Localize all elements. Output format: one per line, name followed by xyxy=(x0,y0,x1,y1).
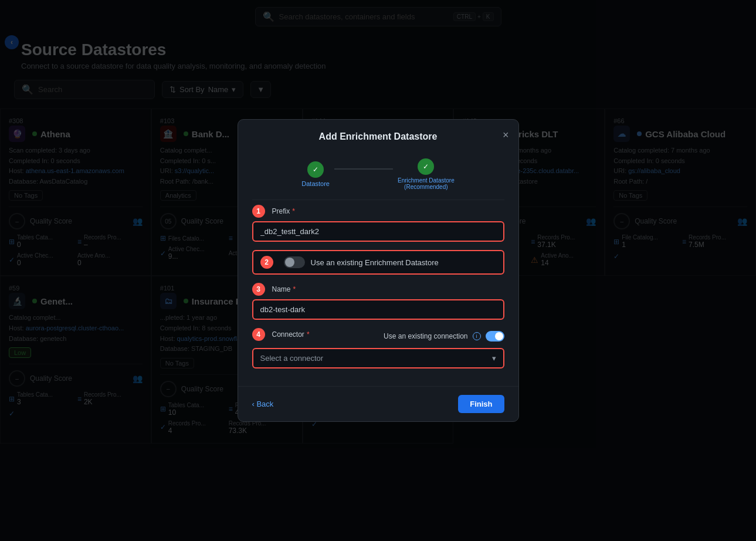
connector-label: 4 Connector * xyxy=(252,328,310,341)
stepper: ✓ Datastore ✓ Enrichment Datastore(Recom… xyxy=(238,149,518,200)
add-enrichment-modal: Add Enrichment Datastore × ✓ Datastore ✓… xyxy=(238,119,519,422)
name-input[interactable] xyxy=(252,299,504,320)
modal-title: Add Enrichment Datastore xyxy=(319,131,438,142)
modal-close-button[interactable]: × xyxy=(503,129,509,141)
step-1: ✓ Datastore xyxy=(301,161,330,187)
name-group: 3 Name * xyxy=(252,283,504,320)
modal-header: Add Enrichment Datastore × xyxy=(238,120,518,149)
step-badge-2: 2 xyxy=(260,256,273,269)
finish-button[interactable]: Finish xyxy=(458,395,504,413)
step-badge-4: 4 xyxy=(252,328,265,341)
step-2-label: Enrichment Datastore(Recommended) xyxy=(398,177,455,190)
step-2: ✓ Enrichment Datastore(Recommended) xyxy=(398,158,455,190)
connector-row: 4 Connector * Use an existing connection… xyxy=(252,328,504,344)
existing-enrichment-toggle-row[interactable]: 2 Use an existing Enrichment Datastore xyxy=(252,250,504,275)
toggle-knob xyxy=(285,258,294,267)
step-line xyxy=(334,168,393,170)
modal-body: 1 Prefix * 2 Use an existing Enrichment … xyxy=(238,200,518,386)
step-1-circle: ✓ xyxy=(307,161,324,178)
toggle-label: Use an existing Enrichment Datastore xyxy=(311,258,439,267)
back-button[interactable]: ‹ Back xyxy=(252,400,274,408)
info-icon: i xyxy=(473,332,481,340)
existing-enrichment-toggle[interactable] xyxy=(284,256,305,268)
chevron-down-icon: ▾ xyxy=(492,354,496,363)
connector-group: 4 Connector * Use an existing connection… xyxy=(252,328,504,368)
step-badge-3: 3 xyxy=(252,283,265,296)
required-marker: * xyxy=(292,207,295,215)
required-marker-2: * xyxy=(293,285,296,293)
connector-select-wrapper[interactable]: Select a connector ▾ xyxy=(252,348,504,368)
prefix-group: 1 Prefix * xyxy=(252,205,504,242)
connector-select[interactable]: Select a connector ▾ xyxy=(252,348,504,368)
toggle-small-knob xyxy=(495,332,503,340)
modal-footer: ‹ Back Finish xyxy=(238,386,518,421)
name-label: 3 Name * xyxy=(252,283,504,296)
step-1-label: Datastore xyxy=(301,180,330,187)
required-marker-3: * xyxy=(307,330,310,339)
existing-connection-toggle[interactable] xyxy=(486,331,504,341)
existing-connection-toggle-row[interactable]: Use an existing connection i xyxy=(384,331,504,341)
modal-overlay[interactable]: Add Enrichment Datastore × ✓ Datastore ✓… xyxy=(0,0,756,541)
step-badge-1: 1 xyxy=(252,205,265,218)
step-2-circle: ✓ xyxy=(418,158,434,175)
prefix-label: 1 Prefix * xyxy=(252,205,504,218)
prefix-input[interactable] xyxy=(252,221,504,242)
